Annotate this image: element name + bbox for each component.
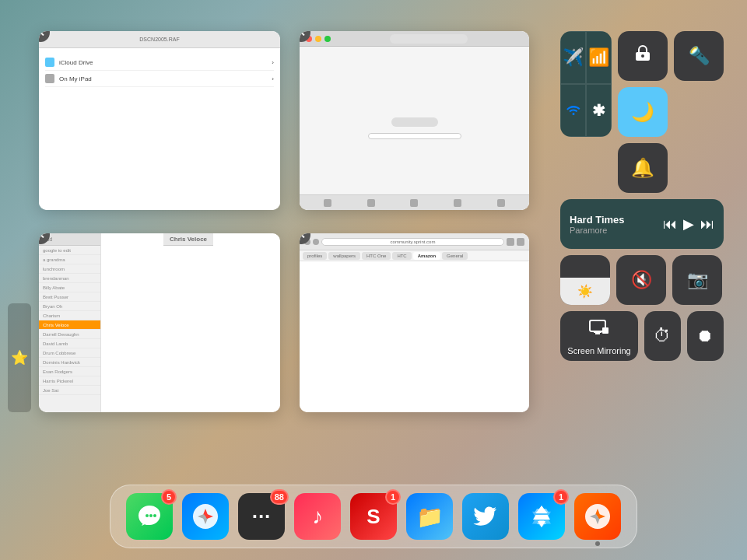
tab-wallpapers[interactable]: wallpapers — [328, 252, 360, 260]
timer-btn[interactable]: ⏱ — [644, 311, 681, 361]
address-bar[interactable]: community.sprint.com — [321, 238, 504, 246]
music-artist: Paramore — [570, 226, 657, 235]
tab-amazon[interactable]: Amazon — [413, 252, 440, 260]
lock-icon — [632, 43, 654, 69]
safari-icon — [182, 493, 229, 540]
airplane-mode-btn[interactable]: ✈️ — [560, 31, 586, 84]
file-row-ipad[interactable]: On My iPad › — [45, 71, 274, 87]
tab-htc[interactable]: HTC — [392, 252, 411, 260]
airplane-icon: ✈️ — [563, 47, 584, 68]
dock-messages[interactable]: 5 — [126, 493, 173, 540]
desktop-indicator — [595, 541, 600, 546]
svg-rect-3 — [602, 327, 608, 334]
card1-title: DSCN2005.RAF — [45, 37, 274, 42]
star-icon: ⭐ — [11, 349, 28, 366]
screen-mirror-btn[interactable]: Screen Mirroring — [560, 311, 638, 361]
bell-btn[interactable]: 🔔 — [618, 143, 668, 193]
dock-appstore[interactable]: 1 — [518, 493, 565, 540]
screen-mirror-label: Screen Mirroring — [567, 346, 630, 355]
bell-icon: 🔔 — [631, 157, 654, 179]
files-icon: 📁 — [406, 493, 453, 540]
svg-rect-2 — [595, 333, 600, 334]
safari-orange-icon — [574, 493, 621, 540]
control-center: ✈️ 📶 ✱ — [560, 31, 724, 361]
prev-track-btn[interactable]: ⏮ — [663, 216, 677, 233]
next-track-btn[interactable]: ⏭ — [700, 216, 714, 233]
dock-slides[interactable]: S 1 — [350, 493, 397, 540]
dock-music[interactable]: ♪ — [294, 493, 341, 540]
dock-files[interactable]: 📁 — [406, 493, 453, 540]
screen-mirror-icon — [588, 317, 610, 343]
record-icon: ⏺ — [696, 326, 714, 346]
dock: 5 ··· 88 ♪ S 1 📁 — [110, 485, 637, 548]
dock-safari[interactable] — [182, 493, 229, 540]
brightness-icon: ☀️ — [577, 284, 593, 299]
slides-badge: 1 — [385, 489, 401, 505]
twitter-icon — [462, 493, 509, 540]
tab-htcone[interactable]: HTC One — [362, 252, 391, 260]
cellular-btn[interactable]: 📶 — [586, 31, 612, 84]
mute-btn[interactable]: 🔇 — [616, 255, 666, 305]
file-row-icloud[interactable]: iCloud Drive › — [45, 54, 274, 71]
app-card-4[interactable]: ✕ community.sprint.com profiles wallpape… — [300, 233, 529, 412]
torch-icon: 🔦 — [689, 46, 710, 66]
wifi-icon — [564, 99, 583, 122]
appstore-badge: 1 — [553, 489, 569, 505]
dots-badge: 88 — [270, 489, 289, 505]
timer-icon: ⏱ — [654, 326, 671, 346]
tab-profiles[interactable]: profiles — [303, 252, 327, 260]
music-title: Hard Times — [570, 214, 657, 226]
brightness-slider[interactable]: ☀️ — [560, 255, 610, 305]
lock-rotation-btn[interactable] — [618, 31, 668, 81]
record-btn[interactable]: ⏺ — [687, 311, 724, 361]
bluetooth-btn[interactable]: ✱ — [586, 84, 612, 137]
play-pause-btn[interactable]: ▶ — [683, 215, 694, 233]
do-not-disturb-btn[interactable]: 🌙 — [618, 87, 668, 137]
camera-btn[interactable]: 📷 — [672, 255, 722, 305]
mute-icon: 🔇 — [631, 270, 652, 290]
torch-btn[interactable]: 🔦 — [674, 31, 724, 81]
dock-twitter[interactable] — [462, 493, 509, 540]
cellular-icon: 📶 — [588, 47, 609, 68]
connectivity-grid: ✈️ 📶 ✱ — [560, 31, 612, 137]
dock-dots[interactable]: ··· 88 — [238, 493, 285, 540]
camera-icon: 📷 — [687, 270, 708, 290]
side-panel: ⭐ — [8, 303, 31, 412]
tab-general[interactable]: General — [442, 252, 468, 260]
messages-badge: 5 — [161, 489, 177, 505]
dock-safari-orange[interactable] — [574, 493, 621, 540]
app-card-1[interactable]: ✕ DSCN2005.RAF iCloud Drive › On My iPad… — [39, 31, 280, 210]
moon-icon: 🌙 — [631, 101, 654, 123]
app-card-3[interactable]: ✕ Add google to edit a grandma lunchroom… — [39, 233, 280, 412]
music-widget: Hard Times Paramore ⏮ ▶ ⏭ — [560, 199, 724, 249]
wifi-btn[interactable] — [560, 84, 586, 137]
music-app-icon: ♪ — [294, 493, 341, 540]
app-card-2[interactable]: ✕ — [300, 31, 529, 210]
bluetooth-icon: ✱ — [592, 101, 605, 120]
svg-rect-1 — [594, 331, 601, 333]
